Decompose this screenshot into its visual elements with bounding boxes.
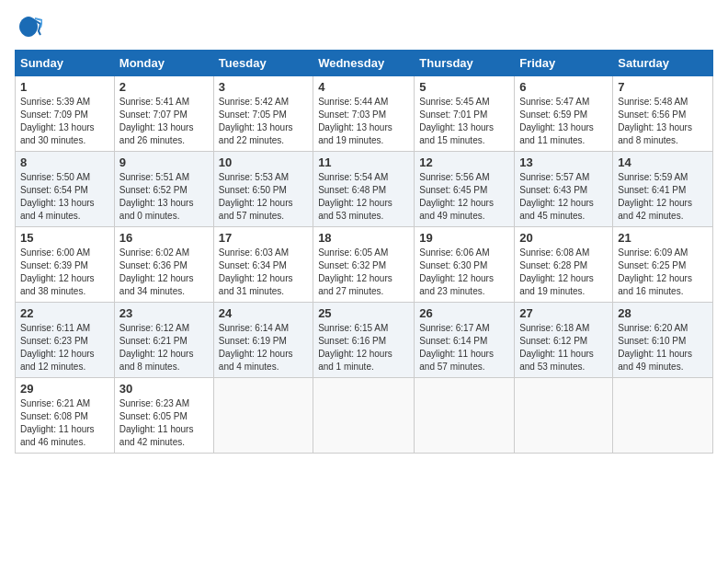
logo-icon (15, 15, 42, 40)
week-row-3: 15Sunrise: 6:00 AM Sunset: 6:39 PM Dayli… (16, 227, 713, 303)
day-number: 2 (119, 80, 209, 94)
day-number: 26 (419, 306, 509, 320)
calendar-cell: 4Sunrise: 5:44 AM Sunset: 7:03 PM Daylig… (313, 76, 415, 152)
calendar-cell: 22Sunrise: 6:11 AM Sunset: 6:23 PM Dayli… (16, 303, 115, 378)
day-number: 29 (20, 382, 109, 396)
calendar-cell: 14Sunrise: 5:59 AM Sunset: 6:41 PM Dayli… (613, 152, 713, 227)
week-row-2: 8Sunrise: 5:50 AM Sunset: 6:54 PM Daylig… (16, 152, 713, 227)
day-info: Sunrise: 5:50 AM Sunset: 6:54 PM Dayligh… (20, 171, 109, 223)
day-number: 23 (119, 306, 209, 320)
day-info: Sunrise: 5:51 AM Sunset: 6:52 PM Dayligh… (119, 171, 209, 223)
weekday-header-thursday: Thursday (415, 51, 515, 76)
calendar-cell: 1Sunrise: 5:39 AM Sunset: 7:09 PM Daylig… (16, 76, 115, 152)
calendar-cell (313, 378, 415, 454)
day-number: 13 (519, 155, 608, 169)
logo (15, 15, 46, 40)
calendar-cell: 30Sunrise: 6:23 AM Sunset: 6:05 PM Dayli… (114, 378, 213, 454)
weekday-header-row: SundayMondayTuesdayWednesdayThursdayFrid… (16, 51, 713, 76)
day-info: Sunrise: 6:03 AM Sunset: 6:34 PM Dayligh… (219, 247, 308, 298)
calendar-cell: 28Sunrise: 6:20 AM Sunset: 6:10 PM Dayli… (613, 303, 713, 378)
day-number: 11 (318, 155, 409, 169)
day-info: Sunrise: 6:14 AM Sunset: 6:19 PM Dayligh… (219, 322, 308, 373)
calendar-cell: 24Sunrise: 6:14 AM Sunset: 6:19 PM Dayli… (213, 303, 313, 378)
calendar-cell: 23Sunrise: 6:12 AM Sunset: 6:21 PM Dayli… (114, 303, 213, 378)
day-info: Sunrise: 5:54 AM Sunset: 6:48 PM Dayligh… (318, 171, 409, 223)
calendar-cell: 10Sunrise: 5:53 AM Sunset: 6:50 PM Dayli… (213, 152, 313, 227)
weekday-header-tuesday: Tuesday (213, 51, 313, 76)
calendar-cell (613, 378, 713, 454)
day-info: Sunrise: 6:18 AM Sunset: 6:12 PM Dayligh… (519, 322, 608, 373)
day-number: 3 (219, 80, 308, 94)
day-number: 7 (618, 80, 708, 94)
page-header (15, 15, 713, 40)
day-info: Sunrise: 6:05 AM Sunset: 6:32 PM Dayligh… (318, 247, 409, 298)
calendar-cell: 9Sunrise: 5:51 AM Sunset: 6:52 PM Daylig… (114, 152, 213, 227)
day-number: 18 (318, 231, 409, 245)
day-info: Sunrise: 6:15 AM Sunset: 6:16 PM Dayligh… (318, 322, 409, 373)
day-info: Sunrise: 6:08 AM Sunset: 6:28 PM Dayligh… (519, 247, 608, 298)
day-info: Sunrise: 5:41 AM Sunset: 7:07 PM Dayligh… (119, 96, 209, 147)
week-row-4: 22Sunrise: 6:11 AM Sunset: 6:23 PM Dayli… (16, 303, 713, 378)
day-number: 12 (419, 155, 509, 169)
calendar-cell: 27Sunrise: 6:18 AM Sunset: 6:12 PM Dayli… (515, 303, 613, 378)
calendar-cell (415, 378, 515, 454)
day-info: Sunrise: 5:39 AM Sunset: 7:09 PM Dayligh… (20, 96, 109, 147)
calendar-cell (213, 378, 313, 454)
calendar-cell: 16Sunrise: 6:02 AM Sunset: 6:36 PM Dayli… (114, 227, 213, 303)
calendar-cell: 7Sunrise: 5:48 AM Sunset: 6:56 PM Daylig… (613, 76, 713, 152)
day-number: 19 (419, 231, 509, 245)
weekday-header-wednesday: Wednesday (313, 51, 415, 76)
calendar-cell: 12Sunrise: 5:56 AM Sunset: 6:45 PM Dayli… (415, 152, 515, 227)
calendar-cell: 8Sunrise: 5:50 AM Sunset: 6:54 PM Daylig… (16, 152, 115, 227)
day-info: Sunrise: 5:44 AM Sunset: 7:03 PM Dayligh… (318, 96, 409, 147)
calendar-cell: 3Sunrise: 5:42 AM Sunset: 7:05 PM Daylig… (213, 76, 313, 152)
day-info: Sunrise: 5:42 AM Sunset: 7:05 PM Dayligh… (219, 96, 308, 147)
weekday-header-sunday: Sunday (16, 51, 115, 76)
calendar-cell: 21Sunrise: 6:09 AM Sunset: 6:25 PM Dayli… (613, 227, 713, 303)
day-number: 4 (318, 80, 409, 94)
day-info: Sunrise: 5:59 AM Sunset: 6:41 PM Dayligh… (618, 171, 708, 223)
week-row-1: 1Sunrise: 5:39 AM Sunset: 7:09 PM Daylig… (16, 76, 713, 152)
day-info: Sunrise: 6:23 AM Sunset: 6:05 PM Dayligh… (119, 397, 209, 449)
day-info: Sunrise: 6:00 AM Sunset: 6:39 PM Dayligh… (20, 247, 109, 298)
calendar-cell: 17Sunrise: 6:03 AM Sunset: 6:34 PM Dayli… (213, 227, 313, 303)
day-number: 21 (618, 231, 708, 245)
day-number: 8 (20, 155, 109, 169)
day-info: Sunrise: 6:12 AM Sunset: 6:21 PM Dayligh… (119, 322, 209, 373)
day-info: Sunrise: 5:45 AM Sunset: 7:01 PM Dayligh… (419, 96, 509, 147)
weekday-header-saturday: Saturday (613, 51, 713, 76)
day-info: Sunrise: 5:53 AM Sunset: 6:50 PM Dayligh… (219, 171, 308, 223)
day-number: 17 (219, 231, 308, 245)
day-number: 1 (20, 80, 109, 94)
day-info: Sunrise: 6:21 AM Sunset: 6:08 PM Dayligh… (20, 397, 109, 449)
day-info: Sunrise: 6:20 AM Sunset: 6:10 PM Dayligh… (618, 322, 708, 373)
calendar-cell: 13Sunrise: 5:57 AM Sunset: 6:43 PM Dayli… (515, 152, 613, 227)
day-number: 25 (318, 306, 409, 320)
day-number: 22 (20, 306, 109, 320)
day-info: Sunrise: 6:06 AM Sunset: 6:30 PM Dayligh… (419, 247, 509, 298)
calendar-cell: 29Sunrise: 6:21 AM Sunset: 6:08 PM Dayli… (16, 378, 115, 454)
day-number: 6 (519, 80, 608, 94)
weekday-header-friday: Friday (515, 51, 613, 76)
day-number: 16 (119, 231, 209, 245)
calendar-cell: 18Sunrise: 6:05 AM Sunset: 6:32 PM Dayli… (313, 227, 415, 303)
calendar-cell: 15Sunrise: 6:00 AM Sunset: 6:39 PM Dayli… (16, 227, 115, 303)
day-number: 28 (618, 306, 708, 320)
calendar-cell: 5Sunrise: 5:45 AM Sunset: 7:01 PM Daylig… (415, 76, 515, 152)
day-number: 24 (219, 306, 308, 320)
day-info: Sunrise: 6:02 AM Sunset: 6:36 PM Dayligh… (119, 247, 209, 298)
calendar-cell (515, 378, 613, 454)
calendar-cell: 20Sunrise: 6:08 AM Sunset: 6:28 PM Dayli… (515, 227, 613, 303)
calendar-cell: 26Sunrise: 6:17 AM Sunset: 6:14 PM Dayli… (415, 303, 515, 378)
calendar-cell: 11Sunrise: 5:54 AM Sunset: 6:48 PM Dayli… (313, 152, 415, 227)
day-number: 10 (219, 155, 308, 169)
day-number: 30 (119, 382, 209, 396)
day-number: 9 (119, 155, 209, 169)
day-info: Sunrise: 6:11 AM Sunset: 6:23 PM Dayligh… (20, 322, 109, 373)
day-info: Sunrise: 5:57 AM Sunset: 6:43 PM Dayligh… (519, 171, 608, 223)
day-info: Sunrise: 6:17 AM Sunset: 6:14 PM Dayligh… (419, 322, 509, 373)
day-number: 14 (618, 155, 708, 169)
week-row-5: 29Sunrise: 6:21 AM Sunset: 6:08 PM Dayli… (16, 378, 713, 454)
day-number: 15 (20, 231, 109, 245)
day-info: Sunrise: 5:56 AM Sunset: 6:45 PM Dayligh… (419, 171, 509, 223)
